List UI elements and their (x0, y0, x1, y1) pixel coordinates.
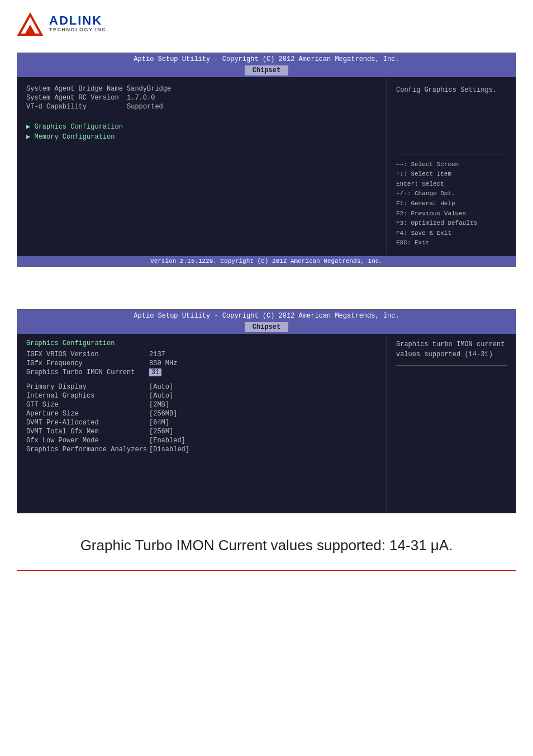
key-f3: F3: Optimized Defaults (396, 219, 507, 229)
logo-box: ADLINK TECHNOLOGY INC. (17, 10, 108, 37)
dvmt-pre-value[interactable]: [64M] (149, 419, 169, 427)
help-line-1: Graphics turbo IMON current (396, 339, 507, 349)
help-line-2: values supported (14-31) (396, 349, 507, 360)
key-ud: ↑↓: Select Item (396, 169, 507, 179)
dvmt-pre-label: DVMT Pre-Allocated (26, 419, 149, 427)
turbo-imon-label: Graphics Turbo IMON Current (26, 368, 149, 376)
logo-text: ADLINK TECHNOLOGY INC. (49, 14, 108, 33)
primary-display-label: Primary Display (26, 383, 149, 391)
info-value-3: Supported (127, 103, 163, 111)
gfx-low-power-row: Gfx Low Power Mode [Enabled] (26, 437, 378, 445)
gtt-size-value[interactable]: [2MB] (149, 401, 169, 409)
dvmt-total-value[interactable]: [256M] (149, 428, 173, 436)
key-f4: F4: Save & Exit (396, 229, 507, 239)
info-row-2: System Agent RC Version 1.7.0.0 (26, 94, 378, 102)
gfx-perf-value[interactable]: [Disabled] (149, 446, 189, 453)
bios-screen-1: Aptio Setup Utility - Copyright (C) 2012… (17, 53, 516, 267)
bottom-title: Graphic Turbo IMON Current values suppor… (17, 537, 516, 554)
gfx-low-power-value[interactable]: [Enabled] (149, 437, 185, 445)
aperture-size-value[interactable]: [256MB] (149, 410, 177, 418)
bios-tab-row-2: Chipset (17, 322, 516, 334)
bios-content-2: Graphics Configuration IGFX VBIOS Versio… (17, 334, 516, 513)
primary-display-row: Primary Display [Auto] (26, 383, 378, 391)
primary-display-value[interactable]: [Auto] (149, 383, 173, 391)
igfx-vbios-label: IGFX VBIOS Version (26, 351, 149, 358)
svg-marker-1 (25, 25, 36, 35)
bios-tab-chipset-1[interactable]: Chipset (245, 65, 288, 75)
bios-help-text-1: Config Graphics Settings. (396, 85, 507, 95)
logo-brand: ADLINK (49, 14, 108, 27)
igfx-freq-label: IGfx Frequency (26, 360, 149, 367)
info-row-1: System Agent Bridge Name SandyBridge (26, 85, 378, 93)
dvmt-total-row: DVMT Total Gfx Mem [256M] (26, 428, 378, 436)
bios-content-1: System Agent Bridge Name SandyBridge Sys… (17, 77, 516, 256)
key-f2: F2: Previous Values (396, 209, 507, 219)
gfx-perf-label: Graphics Performance Analyzers (26, 446, 149, 453)
bios-titlebar-1: Aptio Setup Utility - Copyright (C) 2012… (17, 53, 516, 65)
menu-item-memory[interactable]: Memory Configuration (26, 133, 378, 141)
bios-titlebar-2: Aptio Setup Utility - Copyright (C) 2012… (17, 310, 516, 322)
igfx-freq-value: 850 MHz (149, 360, 177, 367)
bios-right-panel-2: Graphics turbo IMON current values suppo… (387, 334, 516, 513)
bios-screen-2: Aptio Setup Utility - Copyright (C) 2012… (17, 309, 516, 513)
igfx-vbios-row: IGFX VBIOS Version 2137 (26, 351, 378, 358)
bios-help-text-2: Graphics turbo IMON current values suppo… (396, 339, 507, 360)
bios-divider-2 (396, 365, 507, 366)
igfx-vbios-value: 2137 (149, 351, 165, 358)
info-row-3: VT-d Capability Supported (26, 103, 378, 111)
dvmt-pre-row: DVMT Pre-Allocated [64M] (26, 419, 378, 427)
info-value-1: SandyBridge (127, 85, 171, 93)
internal-graphics-row: Internal Graphics [Auto] (26, 392, 378, 400)
aperture-size-row: Aperture Size [256MB] (26, 410, 378, 418)
menu-item-graphics[interactable]: Graphics Configuration (26, 122, 378, 131)
logo-area: ADLINK TECHNOLOGY INC. (0, 0, 533, 42)
logo-subtitle: TECHNOLOGY INC. (49, 27, 108, 33)
gtt-size-row: GTT Size [2MB] (26, 401, 378, 409)
igfx-freq-row: IGfx Frequency 850 MHz (26, 360, 378, 367)
bios-divider-1 (396, 154, 507, 154)
bios-left-panel-1: System Agent Bridge Name SandyBridge Sys… (17, 77, 387, 256)
dvmt-total-label: DVMT Total Gfx Mem (26, 428, 149, 436)
info-label-2: System Agent RC Version (26, 94, 127, 102)
bios-right-panel-1: Config Graphics Settings. ←→: Select Scr… (387, 77, 516, 256)
turbo-imon-value[interactable]: 31 (149, 368, 161, 376)
bios-footer-1: Version 2.15.1229. Copyright (C) 2012 Am… (17, 256, 516, 266)
gtt-size-label: GTT Size (26, 401, 149, 409)
internal-graphics-value[interactable]: [Auto] (149, 392, 173, 400)
key-enter: Enter: Select (396, 179, 507, 190)
bottom-divider (17, 570, 516, 571)
info-value-2: 1.7.0.0 (127, 94, 155, 102)
key-esc: ESC: Exit (396, 238, 507, 248)
bios-left-panel-2: Graphics Configuration IGFX VBIOS Versio… (17, 334, 387, 513)
gfx-perf-row: Graphics Performance Analyzers [Disabled… (26, 446, 378, 453)
key-lr: ←→: Select Screen (396, 160, 507, 170)
key-plusminus: +/-: Change Opt. (396, 189, 507, 199)
info-label-1: System Agent Bridge Name (26, 85, 127, 93)
aperture-size-label: Aperture Size (26, 410, 149, 418)
gfx-low-power-label: Gfx Low Power Mode (26, 437, 149, 445)
key-f1: F1: General Help (396, 199, 507, 209)
bios-keys-1: ←→: Select Screen ↑↓: Select Item Enter:… (396, 160, 507, 248)
bios-tab-chipset-2[interactable]: Chipset (245, 322, 288, 332)
bios-tab-row-1: Chipset (17, 65, 516, 77)
bottom-section: Graphic Turbo IMON Current values suppor… (0, 523, 533, 570)
adlink-logo-icon (17, 10, 44, 37)
internal-graphics-label: Internal Graphics (26, 392, 149, 400)
bios-section-title-2: Graphics Configuration (26, 339, 378, 347)
info-label-3: VT-d Capability (26, 103, 127, 111)
turbo-imon-row: Graphics Turbo IMON Current 31 (26, 368, 378, 376)
